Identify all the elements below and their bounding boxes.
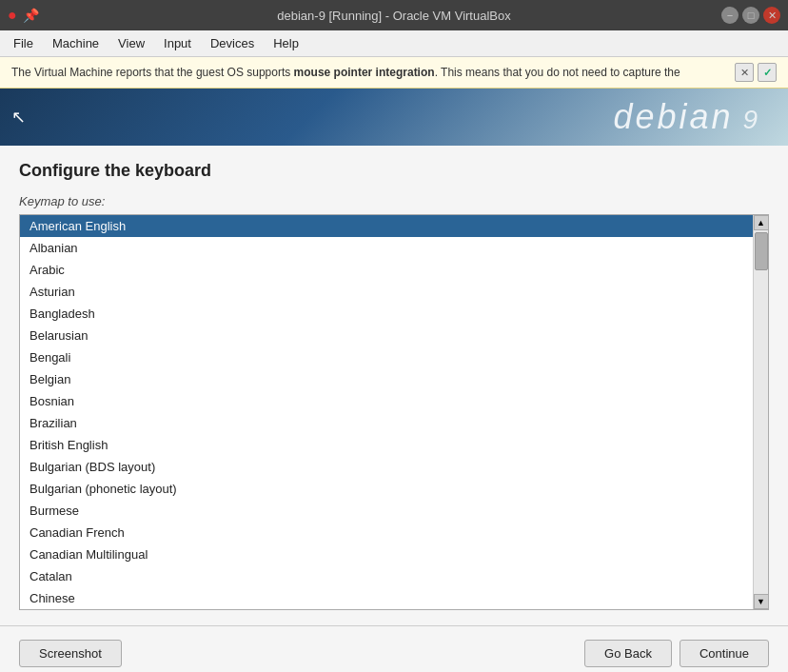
titlebar-title: debian-9 [Running] - Oracle VM VirtualBo…	[277, 9, 510, 23]
list-item[interactable]: Belarusian	[20, 325, 753, 346]
continue-button[interactable]: Continue	[680, 640, 769, 667]
notification-close-button[interactable]: ✕	[735, 63, 754, 82]
list-item[interactable]: Belgian	[20, 368, 753, 390]
bottom-bar: Screenshot Go Back Continue	[0, 625, 788, 672]
notification-text: The Virtual Machine reports that the gue…	[11, 66, 680, 79]
notification-bar: The Virtual Machine reports that the gue…	[0, 57, 788, 89]
minimize-button[interactable]: −	[721, 7, 739, 24]
list-item[interactable]: Arabic	[20, 259, 753, 281]
list-item[interactable]: American English	[20, 215, 753, 237]
notification-info-button[interactable]: ✓	[758, 63, 777, 82]
nav-buttons: Go Back Continue	[584, 640, 769, 667]
debian-header: ↖ debian 9	[0, 89, 788, 146]
keymap-listbox[interactable]: American EnglishAlbanianArabicAsturianBa…	[19, 214, 769, 610]
menu-help[interactable]: Help	[264, 32, 308, 54]
list-item[interactable]: Burmese	[20, 500, 753, 522]
list-item[interactable]: Asturian	[20, 281, 753, 303]
menu-file[interactable]: File	[4, 32, 43, 54]
mouse-cursor-icon: ↖	[11, 107, 26, 128]
list-item[interactable]: Albanian	[20, 237, 753, 259]
pin-icon: 📌	[23, 8, 39, 23]
menu-view[interactable]: View	[108, 32, 154, 54]
keymap-list[interactable]: American EnglishAlbanianArabicAsturianBa…	[20, 215, 753, 609]
page-title: Configure the keyboard	[19, 161, 769, 181]
list-item[interactable]: British English	[20, 434, 753, 456]
list-item[interactable]: Chinese	[20, 587, 753, 609]
list-item[interactable]: Catalan	[20, 565, 753, 587]
keymap-label: Keymap to use:	[19, 194, 769, 208]
screenshot-button[interactable]: Screenshot	[19, 640, 122, 667]
menu-devices[interactable]: Devices	[201, 32, 264, 54]
app-icon: ●	[8, 7, 17, 24]
titlebar-controls: − □ ✕	[721, 7, 780, 24]
list-item[interactable]: Brazilian	[20, 412, 753, 434]
list-item[interactable]: Bulgarian (BDS layout)	[20, 456, 753, 478]
scroll-up-arrow[interactable]: ▲	[754, 215, 769, 230]
titlebar: ● 📌 debian-9 [Running] - Oracle VM Virtu…	[0, 0, 788, 30]
titlebar-left: ● 📌	[8, 7, 39, 24]
list-item[interactable]: Canadian French	[20, 522, 753, 544]
scrollbar[interactable]: ▲ ▼	[753, 215, 768, 609]
scroll-down-arrow[interactable]: ▼	[754, 594, 769, 609]
notification-buttons: ✕ ✓	[735, 63, 777, 82]
list-item[interactable]: Canadian Multilingual	[20, 544, 753, 565]
maximize-button[interactable]: □	[742, 7, 759, 24]
menu-machine[interactable]: Machine	[43, 32, 108, 54]
debian-logo: debian 9	[614, 97, 759, 137]
go-back-button[interactable]: Go Back	[584, 640, 672, 667]
menubar: File Machine View Input Devices Help	[0, 30, 788, 57]
close-button[interactable]: ✕	[763, 7, 780, 24]
scroll-thumb[interactable]	[755, 232, 768, 270]
main-content: Configure the keyboard Keymap to use: Am…	[0, 146, 788, 625]
list-item[interactable]: Bulgarian (phonetic layout)	[20, 478, 753, 500]
menu-input[interactable]: Input	[154, 32, 201, 54]
list-item[interactable]: Bengali	[20, 346, 753, 368]
list-item[interactable]: Bangladesh	[20, 303, 753, 325]
list-item[interactable]: Bosnian	[20, 390, 753, 412]
